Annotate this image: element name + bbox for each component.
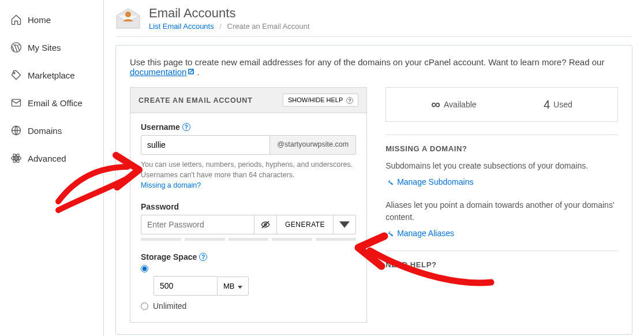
password-label-text: Password bbox=[141, 202, 179, 211]
available-label: Available bbox=[444, 100, 477, 109]
intro-text: Use this page to create new email addres… bbox=[130, 57, 618, 77]
infinity-icon: ∞ bbox=[431, 97, 440, 112]
help-icon[interactable]: ? bbox=[182, 123, 190, 131]
sidebar-item-marketplace[interactable]: Marketplace bbox=[0, 61, 103, 89]
svg-point-8 bbox=[125, 12, 131, 17]
sidebar-item-email-office[interactable]: Email & Office bbox=[0, 89, 103, 117]
sidebar-item-label: Email & Office bbox=[28, 98, 83, 108]
info-column: ∞ Available 4 Used MISSING A DOMAIN? Sub… bbox=[381, 87, 618, 323]
used-label: Used bbox=[553, 100, 572, 109]
page-title: Email Accounts bbox=[149, 6, 310, 21]
sidebar-item-label: My Sites bbox=[28, 43, 61, 53]
breadcrumb-list-link[interactable]: List Email Accounts bbox=[149, 22, 214, 31]
help-button-label: SHOW/HIDE HELP bbox=[288, 96, 343, 103]
sidebar-item-home[interactable]: Home bbox=[0, 6, 103, 33]
manage-aliases-label: Manage Aliases bbox=[397, 229, 454, 238]
password-field-block: Password GENERATE bbox=[141, 202, 356, 241]
mail-icon bbox=[10, 97, 22, 109]
create-account-column: CREATE AN EMAIL ACCOUNT SHOW/HIDE HELP ?… bbox=[130, 87, 367, 323]
intro-after: . bbox=[194, 67, 199, 77]
username-input[interactable] bbox=[141, 136, 269, 154]
globe-icon bbox=[10, 125, 22, 136]
strength-segment bbox=[141, 238, 181, 241]
create-account-title: CREATE AN EMAIL ACCOUNT bbox=[138, 96, 253, 104]
documentation-link[interactable]: documentation bbox=[130, 67, 186, 77]
external-link-icon bbox=[188, 67, 194, 74]
used-value: 4 bbox=[544, 98, 550, 111]
tag-icon bbox=[10, 69, 22, 81]
sidebar-item-my-sites[interactable]: My Sites bbox=[0, 33, 103, 61]
subdomains-desc: Subdomains let you create subsections of… bbox=[385, 160, 618, 171]
storage-unit-select[interactable]: MB bbox=[217, 277, 249, 296]
username-hint-text: You can use letters, numbers, periods, h… bbox=[141, 160, 353, 179]
stats-box: ∞ Available 4 Used bbox=[385, 87, 618, 122]
svg-rect-2 bbox=[12, 99, 21, 106]
storage-field-block: Storage Space ? MB bbox=[141, 252, 356, 311]
email-accounts-icon bbox=[115, 8, 141, 29]
caret-down-icon bbox=[339, 219, 350, 230]
missing-domain-link[interactable]: Missing a domain? bbox=[141, 181, 201, 189]
generate-password-button[interactable]: GENERATE bbox=[277, 215, 334, 234]
sidebar-item-label: Advanced bbox=[28, 154, 66, 163]
help-icon[interactable]: ? bbox=[199, 253, 207, 261]
username-label-text: Username bbox=[141, 122, 180, 132]
strength-segment bbox=[229, 238, 269, 241]
create-account-panel: CREATE AN EMAIL ACCOUNT SHOW/HIDE HELP ?… bbox=[130, 87, 367, 323]
storage-unit-label: MB bbox=[223, 282, 235, 290]
content-panel: Use this page to create new email addres… bbox=[115, 45, 632, 335]
username-field-block: Username ? @startyourwpsite.com You can … bbox=[141, 122, 356, 191]
svg-point-5 bbox=[12, 156, 21, 160]
divider bbox=[385, 251, 618, 251]
aliases-desc: Aliases let you point a domain towards a… bbox=[385, 199, 618, 223]
strength-segment bbox=[185, 238, 225, 241]
manage-subdomains-label: Manage Subdomains bbox=[397, 177, 473, 186]
sidebar-item-label: Home bbox=[28, 15, 51, 25]
show-hide-help-button[interactable]: SHOW/HIDE HELP ? bbox=[283, 94, 358, 107]
eye-off-icon bbox=[260, 219, 271, 230]
page-header: Email Accounts List Email Accounts / Cre… bbox=[115, 6, 632, 37]
storage-unlimited-radio[interactable] bbox=[141, 303, 148, 310]
storage-input[interactable] bbox=[153, 276, 217, 296]
generate-password-dropdown[interactable] bbox=[334, 215, 356, 234]
need-help-title: NEED HELP? bbox=[385, 260, 618, 269]
username-hint: You can use letters, numbers, periods, h… bbox=[141, 159, 356, 191]
sidebar: Home My Sites Marketplace Email & Office… bbox=[0, 0, 104, 336]
intro-before: Use this page to create new email addres… bbox=[130, 57, 604, 67]
sidebar-item-advanced[interactable]: Advanced bbox=[0, 144, 103, 172]
sidebar-item-label: Marketplace bbox=[28, 70, 75, 80]
strength-segment bbox=[272, 238, 312, 241]
toggle-password-visibility-button[interactable] bbox=[254, 215, 277, 234]
svg-point-4 bbox=[15, 157, 17, 159]
password-input[interactable] bbox=[141, 215, 254, 234]
question-icon: ? bbox=[346, 97, 353, 104]
sidebar-item-label: Domains bbox=[28, 126, 62, 136]
main-content: Email Accounts List Email Accounts / Cre… bbox=[104, 0, 644, 336]
atom-icon bbox=[10, 152, 22, 164]
divider bbox=[385, 135, 618, 135]
wordpress-icon bbox=[10, 42, 22, 53]
wrench-icon bbox=[385, 178, 394, 186]
missing-domain-title: MISSING A DOMAIN? bbox=[385, 144, 618, 153]
sidebar-item-domains[interactable]: Domains bbox=[0, 117, 103, 144]
wrench-icon bbox=[385, 229, 394, 237]
username-input-group: @startyourwpsite.com bbox=[141, 135, 356, 155]
stat-available: ∞ Available bbox=[431, 97, 476, 112]
svg-point-1 bbox=[13, 72, 15, 74]
breadcrumb-current: Create an Email Account bbox=[227, 22, 310, 31]
home-icon bbox=[10, 14, 22, 25]
unlimited-label: Unlimited bbox=[153, 301, 186, 311]
stat-used: 4 Used bbox=[544, 98, 572, 111]
password-label: Password bbox=[141, 202, 356, 211]
username-label: Username ? bbox=[141, 122, 356, 132]
storage-custom-radio[interactable] bbox=[141, 265, 148, 272]
storage-label-text: Storage Space bbox=[141, 252, 197, 262]
password-strength-bar bbox=[141, 238, 356, 241]
create-account-header: CREATE AN EMAIL ACCOUNT SHOW/HIDE HELP ? bbox=[130, 88, 366, 113]
domain-addon: @startyourwpsite.com bbox=[269, 136, 355, 154]
breadcrumb-separator: / bbox=[219, 22, 222, 31]
breadcrumb: List Email Accounts / Create an Email Ac… bbox=[149, 22, 310, 31]
manage-aliases-link[interactable]: Manage Aliases bbox=[385, 229, 454, 238]
strength-segment bbox=[316, 238, 356, 241]
caret-down-icon bbox=[238, 286, 242, 289]
manage-subdomains-link[interactable]: Manage Subdomains bbox=[385, 177, 473, 186]
